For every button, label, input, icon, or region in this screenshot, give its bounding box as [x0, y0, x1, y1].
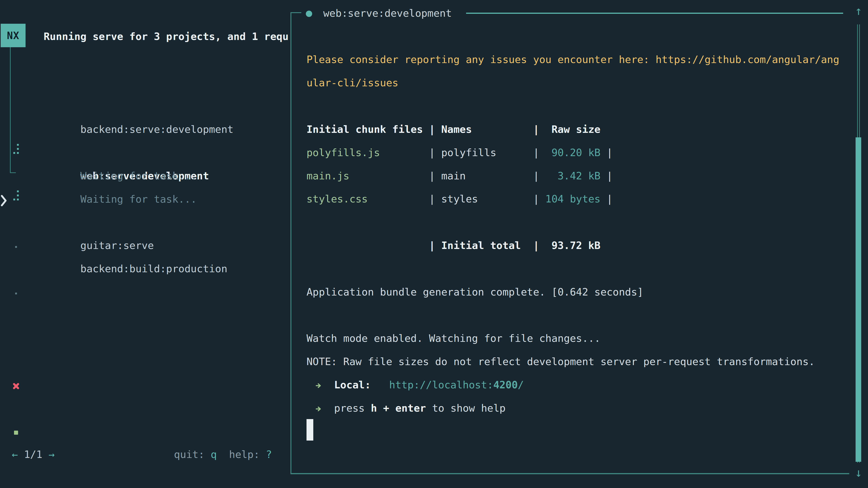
sidebar-header-title: Running serve for 3 projects, and 1 requ	[43, 25, 290, 48]
chunk-table-row-main: main.js|main|3.42 kB|	[307, 164, 613, 188]
quit-key: q	[211, 449, 217, 460]
left-arrow-icon[interactable]: ←	[12, 449, 18, 460]
help-hint-prefix: press	[334, 402, 371, 414]
task-sidebar: NX Running serve for 3 projects, and 1 r…	[0, 0, 290, 488]
nx-logo: NX	[1, 24, 26, 47]
failed-icon	[13, 383, 19, 389]
waiting-dot-icon	[15, 293, 17, 294]
waiting-dot-icon	[15, 246, 17, 248]
bundle-complete-message: Application bundle generation complete. …	[307, 281, 643, 304]
chunk-name: polyfills	[435, 141, 533, 164]
chunk-table-total-row: |Initial total|93.72 kB	[307, 234, 600, 257]
task-group-tree-corner	[10, 172, 16, 173]
down-arrow-icon[interactable]: ↓	[852, 466, 865, 480]
help-label: help:	[217, 449, 266, 460]
prompt-arrow-icon	[316, 383, 322, 389]
chunk-file: polyfills.js	[307, 141, 429, 164]
chunk-size: 90.20 kB	[539, 141, 600, 164]
right-arrow-icon[interactable]: →	[49, 449, 55, 460]
chunk-size: 3.42 kB	[539, 164, 600, 188]
initial-total-size: 93.72 kB	[539, 234, 600, 257]
help-hint-suffix: to show help	[426, 402, 505, 414]
status-dot-icon	[306, 11, 312, 17]
panel-title-rule	[466, 13, 843, 14]
raw-size-note: NOTE: Raw file sizes do not reflect deve…	[307, 350, 815, 373]
nx-logo-text: NX	[7, 30, 20, 41]
sidebar-item-waiting-task-1[interactable]: Waiting for task...	[0, 118, 290, 141]
prompt-arrow-icon	[316, 406, 322, 412]
task-label: backend:build:production	[81, 263, 227, 275]
chunk-table-row-polyfills: polyfills.js|polyfills|90.20 kB|	[307, 141, 613, 164]
page-indicator: 1/1	[24, 449, 42, 460]
help-key: ?	[266, 449, 272, 460]
help-hint-keys: h + enter	[371, 402, 426, 414]
chunk-file: styles.css	[307, 187, 429, 210]
scrollbar-thumb[interactable]	[856, 137, 861, 462]
local-server-line: Local:http://localhost:4200/	[307, 373, 524, 396]
chunk-file: main.js	[307, 164, 429, 188]
issue-notice-line-1: Please consider reporting any issues you…	[307, 48, 839, 71]
col-names: Names	[435, 118, 533, 141]
local-port: 4200	[493, 379, 518, 391]
initial-total-label: Initial total	[435, 234, 533, 257]
panel-border-bottom	[290, 473, 849, 474]
chunk-name: styles	[435, 187, 533, 210]
watch-mode-message: Watch mode enabled. Watching for file ch…	[307, 327, 600, 350]
panel-title: web:serve:development	[323, 2, 452, 25]
sidebar-item-web-serve-development[interactable]: web:serve:development	[0, 94, 290, 118]
chunk-table-row-styles: styles.css|styles|104 bytes|	[307, 187, 613, 210]
chunk-table-header: Initial chunk files|Names|Raw size	[307, 118, 600, 141]
col-raw-size: Raw size	[539, 118, 600, 141]
sidebar-item-waiting-task-2[interactable]: Waiting for task...	[0, 141, 290, 164]
up-arrow-icon[interactable]: ↑	[852, 4, 865, 18]
sidebar-item-backend-build-production[interactable]: backend:build:production	[0, 210, 290, 234]
nx-terminal-ui: NX Running serve for 3 projects, and 1 r…	[0, 0, 868, 488]
task-label: guitar:serve	[81, 239, 154, 252]
local-label: Local:	[334, 379, 371, 391]
task-label: Waiting for task...	[81, 170, 197, 182]
success-icon	[14, 431, 18, 435]
keyboard-shortcuts: quit: q help: ?	[174, 443, 272, 466]
help-hint-line: press h + enter to show help	[307, 396, 506, 420]
col-initial-chunk-files: Initial chunk files	[307, 118, 429, 141]
chunk-size: 104 bytes	[539, 187, 600, 210]
sidebar-item-guitar-serve[interactable]: guitar:serve	[0, 187, 290, 210]
local-url[interactable]: http://localhost:4200/	[389, 379, 524, 391]
panel-border-top-stub	[290, 12, 301, 13]
sidebar-item-backend-serve-development[interactable]: backend:serve:development	[0, 71, 290, 94]
pagination: ← 1/1 →	[12, 443, 55, 466]
terminal-cursor	[307, 419, 313, 441]
panel-border-left	[290, 12, 291, 474]
chunk-name: main	[435, 164, 533, 188]
issue-notice-line-2: ular-cli/issues	[307, 71, 398, 94]
quit-label: quit:	[174, 449, 211, 460]
